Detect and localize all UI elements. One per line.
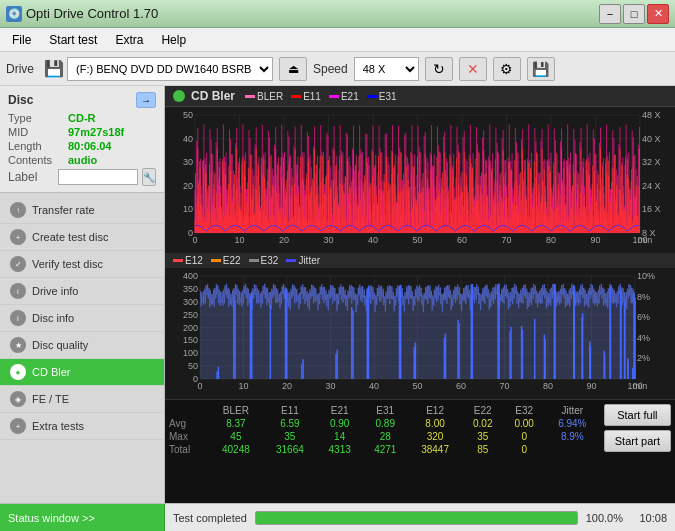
progress-percent: 100.0% [586, 512, 623, 524]
speed-selector[interactable]: 48 X [354, 57, 419, 81]
stats-avg-e21: 0.90 [317, 417, 363, 430]
stats-max-e12: 320 [408, 430, 462, 443]
menu-help[interactable]: Help [153, 31, 194, 49]
sidebar-item-disc-info[interactable]: i Disc info [0, 305, 164, 332]
legend-bler: BLER [245, 91, 283, 102]
stats-col-bler: BLER [209, 404, 263, 417]
disc-quality-icon: ★ [10, 337, 26, 353]
sidebar-item-transfer-rate[interactable]: ↑ Transfer rate [0, 197, 164, 224]
sidebar-item-create-test-disc[interactable]: + Create test disc [0, 224, 164, 251]
stats-col-label [165, 404, 209, 417]
stats-total-e12: 38447 [408, 443, 462, 456]
disc-refresh-button[interactable]: → [136, 92, 156, 108]
stats-col-e11: E11 [263, 404, 317, 417]
disc-label-key: Label [8, 170, 54, 184]
disc-mid-key: MID [8, 126, 68, 138]
menu-extra[interactable]: Extra [107, 31, 151, 49]
stats-header-row: BLER E11 E21 E31 E12 E22 E32 Jitter [165, 404, 600, 417]
sidebar-item-fe-te[interactable]: ◈ FE / TE [0, 386, 164, 413]
verify-test-disc-icon: ✓ [10, 256, 26, 272]
speed-label: Speed [313, 62, 348, 76]
disc-info-icon: i [10, 310, 26, 326]
sidebar-item-create-test-disc-label: Create test disc [32, 231, 108, 243]
stats-total-label: Total [165, 443, 209, 456]
sidebar-item-disc-quality[interactable]: ★ Disc quality [0, 332, 164, 359]
disc-length-val: 80:06.04 [68, 140, 111, 152]
stats-col-e32: E32 [503, 404, 544, 417]
cd-bler-icon: ● [10, 364, 26, 380]
legend-e22: E22 [211, 255, 241, 266]
drive-info-icon: i [10, 283, 26, 299]
disc-length-key: Length [8, 140, 68, 152]
progress-area: Test completed 100.0% 10:08 [165, 511, 675, 525]
sidebar-item-disc-quality-label: Disc quality [32, 339, 88, 351]
start-full-button[interactable]: Start full [604, 404, 671, 426]
eject-button[interactable]: ⏏ [279, 57, 307, 81]
drive-selector[interactable]: (F:) BENQ DVD DD DW1640 BSRB [67, 57, 273, 81]
sidebar-item-drive-info[interactable]: i Drive info [0, 278, 164, 305]
sidebar-item-verify-test-disc[interactable]: ✓ Verify test disc [0, 251, 164, 278]
legend-e32-label: E32 [261, 255, 279, 266]
legend-e11-color [291, 95, 301, 98]
stats-col-e21: E21 [317, 404, 363, 417]
create-test-disc-icon: + [10, 229, 26, 245]
stats-total-e11: 31664 [263, 443, 317, 456]
sidebar-item-cd-bler-label: CD Bler [32, 366, 71, 378]
sidebar-item-extra-tests[interactable]: + Extra tests [0, 413, 164, 440]
close-button[interactable]: ✕ [647, 4, 669, 24]
stats-max-e22: 35 [462, 430, 503, 443]
content-area: CD Bler BLER E11 E21 E31 [165, 86, 675, 503]
sidebar-item-extra-tests-label: Extra tests [32, 420, 84, 432]
stats-table: BLER E11 E21 E31 E12 E22 E32 Jitter Avg [165, 404, 600, 456]
start-part-button[interactable]: Start part [604, 430, 671, 452]
sidebar-item-cd-bler[interactable]: ● CD Bler [0, 359, 164, 386]
legend-e21-label: E21 [341, 91, 359, 102]
sidebar-item-disc-info-label: Disc info [32, 312, 74, 324]
disc-mid-val: 97m27s18f [68, 126, 124, 138]
top-chart-canvas [165, 107, 675, 253]
refresh-button[interactable]: ↻ [425, 57, 453, 81]
stats-avg-label: Avg [165, 417, 209, 430]
legend-jitter: Jitter [286, 255, 320, 266]
transfer-rate-icon: ↑ [10, 202, 26, 218]
top-chart-section [165, 107, 675, 253]
sidebar-item-drive-info-label: Drive info [32, 285, 78, 297]
erase-button[interactable]: ✕ [459, 57, 487, 81]
drive-icon: 💾 [44, 59, 64, 78]
stats-total-bler: 40248 [209, 443, 263, 456]
chart-header: CD Bler BLER E11 E21 E31 [165, 86, 675, 107]
progress-bar [255, 511, 578, 525]
disc-contents-key: Contents [8, 154, 68, 166]
stats-avg-jitter: 6.94% [545, 417, 600, 430]
disc-label-button[interactable]: 🔧 [142, 168, 156, 186]
legend-bler-color [245, 95, 255, 98]
stats-total-jitter [545, 443, 600, 456]
app-icon: 💿 [6, 6, 22, 22]
maximize-button[interactable]: □ [623, 4, 645, 24]
settings-button[interactable]: ⚙ [493, 57, 521, 81]
menu-file[interactable]: File [4, 31, 39, 49]
stats-col-e22: E22 [462, 404, 503, 417]
stats-total-e32: 0 [503, 443, 544, 456]
stats-avg-e22: 0.02 [462, 417, 503, 430]
legend-e11-label: E11 [303, 91, 321, 102]
disc-label-input[interactable] [58, 169, 138, 185]
legend-e22-label: E22 [223, 255, 241, 266]
stats-col-jitter: Jitter [545, 404, 600, 417]
extra-tests-icon: + [10, 418, 26, 434]
menu-start-test[interactable]: Start test [41, 31, 105, 49]
legend-e21: E21 [329, 91, 359, 102]
minimize-button[interactable]: − [599, 4, 621, 24]
sidebar-item-transfer-rate-label: Transfer rate [32, 204, 95, 216]
menu-bar: File Start test Extra Help [0, 28, 675, 52]
elapsed-time: 10:08 [631, 512, 667, 524]
status-window-button[interactable]: Status window >> [0, 504, 165, 531]
sidebar-item-fe-te-label: FE / TE [32, 393, 69, 405]
disc-contents-val: audio [68, 154, 97, 166]
sidebar-menu: ↑ Transfer rate + Create test disc ✓ Ver… [0, 193, 164, 503]
stats-total-e22: 85 [462, 443, 503, 456]
legend-bler-label: BLER [257, 91, 283, 102]
legend-e32: E32 [249, 255, 279, 266]
save-button[interactable]: 💾 [527, 57, 555, 81]
stats-avg-e11: 6.59 [263, 417, 317, 430]
